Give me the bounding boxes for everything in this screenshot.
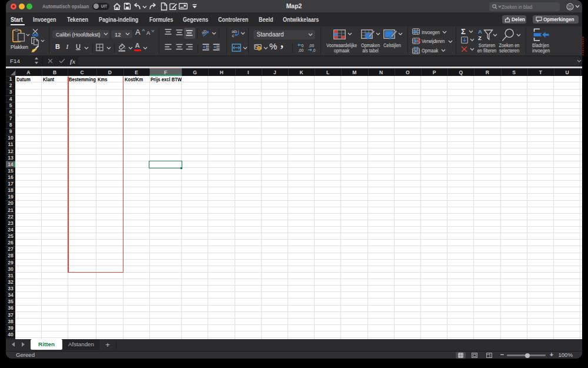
svg-text:Z: Z: [478, 35, 482, 41]
svg-text:c: c: [232, 33, 235, 38]
svg-text:0: 0: [301, 43, 303, 47]
svg-text:,0: ,0: [312, 48, 316, 52]
svg-text:,00: ,00: [309, 43, 314, 47]
svg-text:,00: ,00: [298, 48, 303, 52]
svg-text:A: A: [478, 28, 482, 35]
